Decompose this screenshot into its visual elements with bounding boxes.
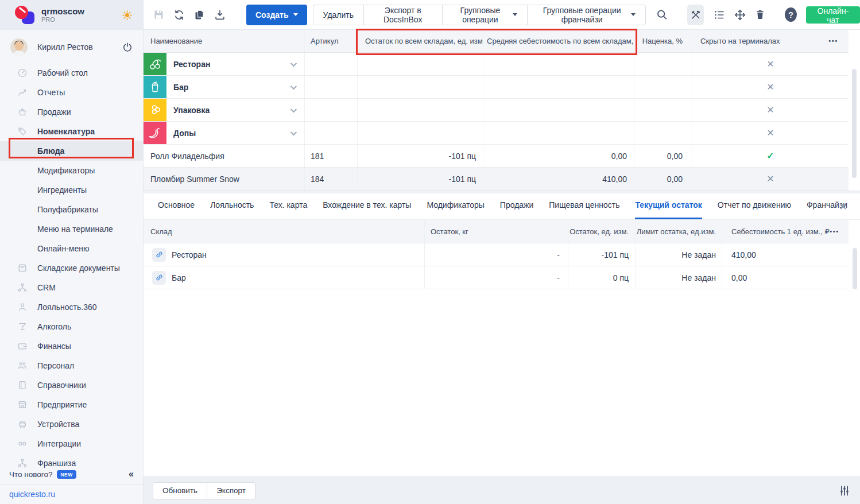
sidebar-item-dishes[interactable]: Блюда: [0, 141, 143, 161]
tab-main[interactable]: Основное: [158, 200, 195, 219]
chevron-down-icon[interactable]: [290, 129, 297, 135]
table-row-group-restaurant[interactable]: Ресторан ✕: [144, 53, 849, 76]
search-icon[interactable]: [656, 9, 668, 21]
column-header-limit: Лимит остатка, ед.изм.: [636, 220, 722, 243]
close-icon[interactable]: ✕: [839, 200, 847, 213]
quickresto-site-link[interactable]: quickresto.ru: [9, 490, 55, 499]
delete-button[interactable]: Удалить: [313, 5, 364, 25]
sidebar-item-online-menu[interactable]: Онлайн-меню: [0, 239, 143, 258]
box-icon: [17, 263, 28, 273]
detail-tabs: Основное Лояльность Тех. карта Вхождение…: [144, 193, 860, 220]
sidebar-item-ingredients[interactable]: Ингредиенты: [0, 180, 143, 200]
table-row-plombir-summer-snow[interactable]: Пломбир Summer Snow 184 -101 пц 410,00 0…: [144, 168, 849, 191]
tab-movement-report[interactable]: Отчет по движению: [718, 200, 791, 219]
column-header-markup: Наценка, %: [634, 30, 692, 52]
copy-icon[interactable]: [193, 9, 206, 21]
chevron-down-icon[interactable]: [290, 60, 297, 66]
column-settings-icon[interactable]: •••: [830, 228, 839, 235]
stock-row-restaurant[interactable]: Ресторан - -101 пц Не задан 410,00: [144, 243, 849, 266]
create-button[interactable]: Создать: [246, 5, 307, 25]
trash-icon[interactable]: [754, 9, 766, 21]
products-table-header: Наименование Артикул Остаток по всем скл…: [144, 30, 849, 53]
online-chat-button[interactable]: Онлайн-чат: [806, 6, 860, 24]
wallet-icon: [17, 341, 28, 351]
site-row: quickresto.ru: [0, 486, 143, 503]
hierarchy-icon: [17, 282, 28, 293]
cell-hidden: ✕: [692, 99, 849, 121]
cell-stock-units: -101 пц: [568, 243, 636, 266]
sidebar-item-dashboard[interactable]: Рабочий стол: [0, 63, 143, 83]
cell-avg-cost: [483, 76, 634, 98]
stock-row-bar[interactable]: Бар - 0 пц Не задан 0,00: [144, 266, 849, 289]
table-row-group-bar[interactable]: Бар ✕: [144, 76, 849, 99]
theme-sun-icon[interactable]: [122, 10, 133, 21]
quickresto-logo: [15, 6, 34, 24]
tools-icon[interactable]: [687, 5, 704, 25]
tab-tech-card[interactable]: Тех. карта: [269, 200, 307, 219]
sidebar-item-loyalty360[interactable]: Лояльность.360: [0, 297, 143, 317]
products-table: Наименование Артикул Остаток по всем скл…: [144, 30, 849, 191]
sidebar-item-staff[interactable]: Персонал: [0, 356, 143, 375]
table-settings-sliders-icon[interactable]: [838, 484, 851, 497]
help-icon[interactable]: ?: [785, 7, 796, 22]
empty-area: [144, 289, 860, 476]
table-row-roll-philadelphia[interactable]: Ролл Филадельфия 181 -101 пц 0,00 0,00 ✓: [144, 145, 849, 168]
user-row: Кирилл Рестов: [0, 34, 143, 60]
link-icon[interactable]: [152, 271, 166, 285]
sidebar-item-alcohol[interactable]: Алкоголь: [0, 317, 143, 336]
sidebar-item-warehouse-docs[interactable]: Складские документы: [0, 258, 143, 278]
tab-tech-card-usage[interactable]: Вхождение в тех. карты: [323, 200, 411, 219]
link-icon[interactable]: [152, 248, 166, 262]
tab-sales[interactable]: Продажи: [500, 200, 533, 219]
table-row-group-packaging[interactable]: Упаковка ✕: [144, 99, 849, 122]
download-icon[interactable]: [214, 9, 226, 21]
sidebar-item-reports[interactable]: Отчеты: [0, 83, 143, 102]
detail-footer-bar: Обновить Экспорт: [144, 476, 860, 504]
cell-markup: 0,00: [634, 145, 692, 167]
sidebar: qrmoscow PRO Кирилл Рестов Рабочий стол: [0, 0, 144, 504]
basket-icon: [17, 107, 28, 117]
whats-new-link[interactable]: Что нового?: [9, 470, 52, 479]
cell-markup: [634, 99, 692, 121]
export-docsinbox-button[interactable]: Экспорт в DocsInBox: [363, 5, 443, 25]
sidebar-item-devices[interactable]: Устройства: [0, 414, 143, 434]
sidebar-item-enterprise[interactable]: Предприятие: [0, 395, 143, 414]
cross-icon: ✕: [766, 82, 774, 92]
tab-nutrition[interactable]: Пищевая ценность: [549, 200, 619, 219]
column-settings-icon[interactable]: •••: [828, 38, 838, 44]
table-row-group-extras[interactable]: Допы ✕: [144, 122, 849, 145]
plan-badge: PRO: [41, 16, 122, 24]
chevron-down-icon[interactable]: [290, 106, 297, 112]
cell-markup: [634, 122, 692, 144]
collapse-sidebar-icon[interactable]: «: [129, 469, 134, 479]
cell-name: Упаковка: [144, 99, 305, 121]
sidebar-item-semifinished[interactable]: Полуфабрикаты: [0, 200, 143, 219]
sidebar-item-finance[interactable]: Финансы: [0, 336, 143, 356]
tab-current-stock[interactable]: Текущий остаток: [635, 200, 702, 219]
export-button[interactable]: Экспорт: [207, 482, 255, 499]
products-table-scrollbar[interactable]: [852, 69, 857, 178]
group-operations-franchise-button[interactable]: Групповые операции франчайзи: [527, 5, 646, 25]
chevron-down-icon[interactable]: [290, 83, 297, 89]
toolbar-button-group: Удалить Экспорт в DocsInBox Групповые оп…: [313, 5, 646, 25]
tab-modifiers[interactable]: Модификаторы: [427, 200, 484, 219]
sidebar-item-crm[interactable]: CRM: [0, 278, 143, 297]
tab-loyalty[interactable]: Лояльность: [210, 200, 254, 219]
cell-name: Ресторан: [144, 53, 305, 75]
refresh-icon[interactable]: [173, 9, 185, 21]
cell-sku: [305, 99, 358, 121]
group-operations-button[interactable]: Групповые операции: [442, 5, 528, 25]
save-icon[interactable]: [153, 9, 165, 21]
sidebar-item-integrations[interactable]: Интеграции: [0, 434, 143, 453]
refresh-button[interactable]: Обновить: [153, 482, 207, 499]
move-icon[interactable]: [734, 9, 746, 21]
sidebar-item-modifiers[interactable]: Модификаторы: [0, 161, 143, 180]
cross-icon: ✕: [766, 59, 774, 69]
sidebar-item-sales[interactable]: Продажи: [0, 102, 143, 122]
logout-power-icon[interactable]: [122, 42, 133, 52]
sidebar-item-directories[interactable]: Справочники: [0, 375, 143, 395]
list-view-icon[interactable]: [713, 9, 726, 21]
stock-table-scrollbar[interactable]: [853, 248, 857, 289]
sidebar-item-nomenclature[interactable]: Номенклатура: [0, 122, 143, 141]
sidebar-item-terminal-menu[interactable]: Меню на терминале: [0, 219, 143, 239]
